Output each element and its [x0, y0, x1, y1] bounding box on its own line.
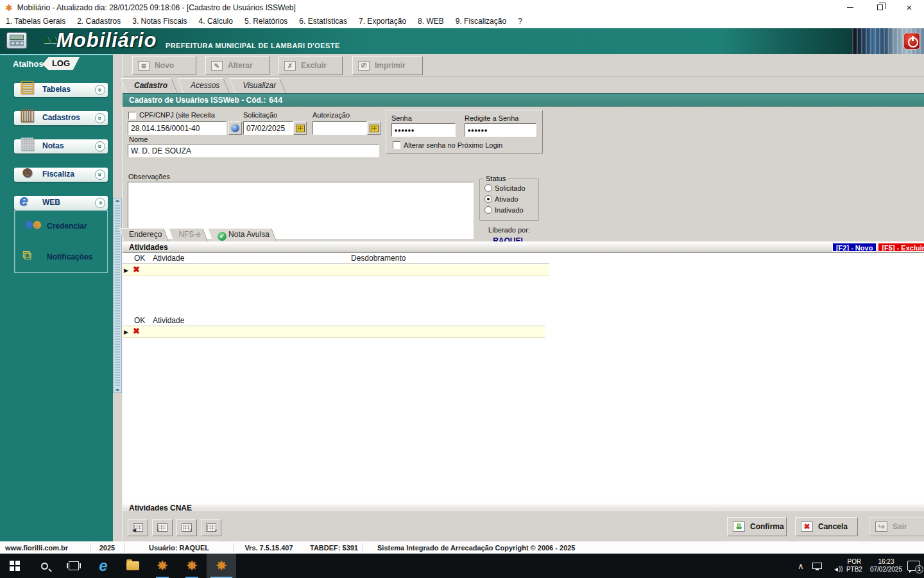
statusbar-tabdef: TABDEF: 5391: [304, 544, 363, 552]
confirma-button[interactable]: ⇊ Confirma: [727, 517, 787, 536]
grid-nav-button-1[interactable]: ◀: [128, 519, 148, 536]
novo-button[interactable]: ≣ Novo: [132, 56, 196, 75]
grid-nav-button-4[interactable]: ▪: [201, 519, 221, 536]
liberado-por-label: Liberado por:: [479, 226, 539, 234]
taskbar-ie-button[interactable]: e: [89, 554, 118, 578]
menu-relatorios[interactable]: 5. Relatórios: [239, 15, 293, 28]
chevron-down-icon[interactable]: »: [95, 141, 105, 152]
tab-acessos[interactable]: Acessos: [183, 78, 235, 93]
alterar-button[interactable]: ✎ Alterar: [205, 56, 270, 75]
tab-cadastro[interactable]: Cadastro: [126, 78, 183, 93]
menu-calculo[interactable]: 4. Cálculo: [193, 15, 239, 28]
senha-label: Senha: [391, 114, 412, 122]
taskbar-search-button[interactable]: [30, 554, 59, 578]
redigite-input[interactable]: [465, 123, 536, 137]
user-form: CPF/CNPJ (site Receita Solicitação Autor…: [123, 107, 924, 228]
alterar-senha-label: Alterar senha no Próximo Login: [404, 141, 502, 149]
log-tab[interactable]: LOG: [42, 57, 80, 70]
sidebar-item-tabelas[interactable]: ▤ Tabelas »: [14, 83, 108, 97]
tab-visualizar[interactable]: Visualizar: [235, 78, 291, 93]
grid-nav-button-2[interactable]: +: [152, 519, 173, 536]
menu-cadastros[interactable]: 2. Cadastros: [71, 15, 126, 28]
sidebar-item-label: WEB: [42, 198, 60, 207]
chevron-down-icon[interactable]: »: [95, 170, 105, 180]
notification-badge: 1: [915, 565, 923, 574]
title-bar: ✱ Mobiliário - Atualizado dia: 28/01/202…: [0, 0, 924, 15]
sidebar-item-label: Tabelas: [42, 85, 71, 94]
radio-ativado[interactable]: [484, 195, 492, 203]
statusbar-copyright: Sistema Integrado de Arrecadação Copyrig…: [363, 544, 581, 552]
sidebar-item-cadastros[interactable]: ▥ Cadastros »: [14, 111, 108, 125]
nome-input[interactable]: [128, 144, 379, 157]
cancela-button[interactable]: ✖ Cancela: [795, 517, 858, 536]
chevron-down-icon[interactable]: »: [95, 85, 105, 95]
action-center-button[interactable]: 1: [907, 561, 920, 571]
taskbar-app3-button-active[interactable]: ✸: [207, 554, 236, 578]
menu-help[interactable]: ?: [512, 15, 528, 28]
task-view-button[interactable]: [59, 554, 89, 578]
cpf-label: CPF/CNPJ (site Receita: [139, 111, 215, 119]
app-banner: ▲▲ Mobiliário PREFEITURA MUNICIPAL DE LA…: [0, 28, 924, 54]
restore-button[interactable]: [865, 0, 894, 15]
radio-solicitado[interactable]: [484, 184, 492, 192]
chevron-down-icon[interactable]: »: [95, 113, 105, 123]
subtab-endereco[interactable]: Endereço: [124, 228, 173, 241]
alterar-senha-checkbox[interactable]: [393, 141, 400, 149]
window-controls: ×: [835, 0, 924, 15]
subtab-nota-avulsa[interactable]: ✓Nota Avulsa: [212, 228, 281, 241]
taskbar-explorer-button[interactable]: [118, 554, 148, 578]
start-button[interactable]: [0, 554, 30, 578]
cpf-checkbox[interactable]: [128, 112, 136, 119]
close-button[interactable]: ×: [894, 0, 924, 15]
network-icon[interactable]: [810, 561, 825, 571]
sidebar-splitter[interactable]: ◂▸ ◂▸: [113, 198, 122, 393]
sidebar: Atalhos LOG ▤ Tabelas » ▥ Cadastros » ▦ …: [0, 54, 113, 541]
cnae-grid-row[interactable]: ▶ ✖: [123, 326, 545, 338]
calculator-icon: [6, 32, 27, 49]
imprimir-button[interactable]: ⎚ Imprimir: [352, 56, 423, 75]
cpf-input[interactable]: [128, 121, 227, 135]
excluir-button[interactable]: ✗ Excluir: [278, 56, 343, 75]
splitter-arrows-top-icon[interactable]: ◂▸: [115, 198, 119, 204]
senha-input[interactable]: [391, 123, 456, 137]
menu-web[interactable]: 8. WEB: [412, 15, 450, 28]
taskbar-app2-button[interactable]: ✸: [177, 554, 207, 578]
cabinet-icon: ▥: [19, 105, 35, 124]
grid-nav-button-3[interactable]: +: [176, 519, 197, 536]
statusbar-version: Vrs. 7.5.15.407: [234, 544, 304, 552]
language-indicator[interactable]: POR PTB2: [844, 558, 865, 574]
menu-estatisticas[interactable]: 6. Estatísticas: [293, 15, 353, 28]
windows-logo-icon: [10, 561, 20, 571]
tray-chevron-up-icon[interactable]: ∧: [794, 561, 808, 571]
autorizacao-input[interactable]: [312, 121, 367, 135]
solicitacao-calendar-button[interactable]: [293, 121, 307, 135]
sidebar-item-label: Credenciar: [47, 222, 87, 231]
sidebar-item-web[interactable]: e WEB »: [14, 196, 108, 210]
sair-button[interactable]: ↪ Sair: [869, 517, 924, 536]
menu-fiscalizacao[interactable]: 9. Fiscalização: [450, 15, 512, 28]
chevron-up-icon[interactable]: »: [95, 198, 105, 208]
grids-panel: OK Atividade Desdobramento ▶ ✖ Atividade…: [123, 252, 924, 511]
menu-exportacao[interactable]: 7. Exportação: [353, 15, 412, 28]
splitter-arrows-bottom-icon[interactable]: ◂▸: [115, 387, 119, 392]
autorizacao-calendar-button[interactable]: [367, 121, 381, 135]
solicitacao-input[interactable]: [243, 121, 293, 135]
atividades-grid-row[interactable]: ▶ ✖: [123, 265, 549, 276]
radio-inativado[interactable]: [484, 206, 492, 214]
statusbar-site: www.fiorilli.com.br: [0, 544, 90, 552]
power-off-button[interactable]: [903, 33, 920, 49]
receita-globe-button[interactable]: [228, 121, 242, 135]
pyramid-logo-icon: ▲▲: [41, 32, 56, 46]
minimize-button[interactable]: [835, 0, 865, 15]
imprimir-label: Imprimir: [375, 61, 406, 70]
sidebar-item-notas[interactable]: ▦ Notas »: [14, 139, 108, 153]
taskbar-app1-button[interactable]: ✸: [148, 554, 177, 578]
subtab-nfse[interactable]: NFS-e: [173, 228, 212, 241]
sidebar-item-notificacoes[interactable]: ⧉ Notificações: [15, 247, 108, 268]
clock[interactable]: 16:23 07/02/2025: [868, 558, 905, 574]
menu-bar: 1. Tabelas Gerais 2. Cadastros 3. Notas …: [0, 15, 924, 28]
menu-tabelas-gerais[interactable]: 1. Tabelas Gerais: [0, 15, 71, 28]
menu-notas-fiscais[interactable]: 3. Notas Fiscais: [126, 15, 193, 28]
sidebar-item-credenciar[interactable]: ☻ ☻ Credenciar: [15, 216, 108, 238]
sidebar-item-fiscaliza[interactable]: ☻ Fiscaliza »: [14, 168, 108, 182]
